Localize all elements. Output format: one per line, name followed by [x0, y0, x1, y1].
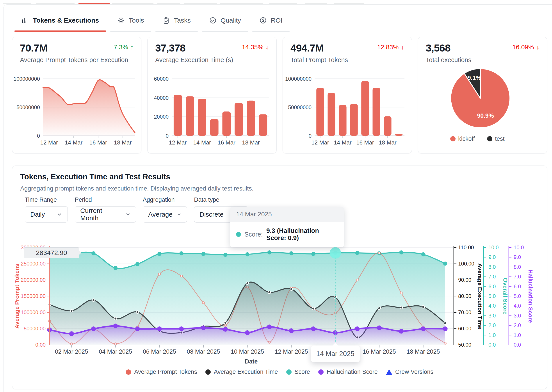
strip-segment: [305, 3, 327, 4]
kpi-delta: 14.35%↓: [242, 44, 269, 51]
period-select[interactable]: Current Month: [75, 206, 136, 223]
kpi-area-chart[interactable]: 10000000050000000012 Mar14 Mar16 Mar18 M…: [12, 72, 142, 154]
svg-text:50.00: 50.00: [458, 342, 471, 348]
svg-text:18 Mar: 18 Mar: [114, 139, 132, 146]
svg-text:5.0: 5.0: [489, 293, 496, 299]
svg-text:12 Mar: 12 Mar: [311, 139, 329, 146]
strip-segment: [112, 3, 154, 4]
svg-text:2.0: 2.0: [489, 322, 496, 328]
svg-text:100000.00: 100000.00: [21, 309, 46, 315]
tab-roi[interactable]: ROI: [250, 9, 292, 32]
svg-text:3.0: 3.0: [514, 313, 521, 319]
tooltip-series-label: Score:: [245, 231, 263, 238]
legend-item-average-prompt-tokens[interactable]: Average Prompt Tokens: [126, 369, 197, 375]
svg-text:06 Mar 2025: 06 Mar 2025: [143, 348, 176, 355]
tab-quality[interactable]: Quality: [200, 9, 250, 32]
tab-label: Tasks: [174, 17, 191, 24]
kpi-bar-chart[interactable]: 05000000010000000012 Mar14 Mar16 Mar18 M…: [283, 72, 412, 154]
svg-text:2.0: 2.0: [514, 322, 521, 328]
filter-label: Period: [75, 196, 136, 203]
dot-icon: [318, 369, 324, 375]
section-title: Tokens, Execution Time and Test Results: [20, 172, 170, 181]
kpi-pie-chart[interactable]: 90.9%9.1%kickofftest: [418, 66, 547, 147]
svg-text:1.0: 1.0: [514, 332, 521, 338]
svg-text:kickoff: kickoff: [458, 135, 475, 142]
svg-text:12 Mar: 12 Mar: [169, 139, 187, 146]
legend-item-hallucination-score[interactable]: Hallucination Score: [318, 369, 378, 375]
svg-text:test: test: [495, 135, 505, 142]
dashboard-page: Tokens & Executions Tools: [0, 0, 552, 392]
tab-label: Tokens & Executions: [33, 17, 99, 24]
select-value: Discrete: [200, 211, 224, 218]
svg-text:3.0: 3.0: [489, 313, 496, 319]
kpi-value: 3,568: [426, 42, 450, 54]
svg-text:12 Mar: 12 Mar: [40, 139, 58, 146]
svg-text:60000: 60000: [154, 76, 168, 82]
axis-pointer-label: 283472.90: [24, 247, 79, 258]
svg-text:Date: Date: [245, 358, 258, 365]
strip-segment: [3, 3, 31, 4]
svg-text:90.9%: 90.9%: [477, 112, 494, 119]
svg-text:0.0: 0.0: [514, 342, 521, 348]
triangle-icon: [386, 369, 392, 375]
svg-text:16 Mar: 16 Mar: [90, 139, 107, 146]
svg-text:0: 0: [37, 133, 40, 139]
svg-text:0: 0: [166, 133, 168, 139]
tokens-section-card: Tokens, Execution Time and Test Results …: [12, 166, 547, 389]
filter-label: Time Range: [25, 196, 68, 203]
strip-segment: [184, 3, 217, 4]
svg-text:6.0: 6.0: [489, 283, 496, 289]
filter-time-range: Time Range Daily: [25, 196, 68, 223]
svg-text:100000000: 100000000: [285, 76, 312, 82]
svg-text:18 Mar 2025: 18 Mar 2025: [407, 348, 440, 355]
tab-label: Quality: [221, 17, 241, 24]
kpi-delta: 16.09%↓: [512, 44, 539, 51]
kpi-bar-chart[interactable]: 020000400006000012 Mar14 Mar16 Mar18 Mar: [147, 72, 277, 154]
strip-segment: [220, 3, 263, 4]
tab-label: ROI: [271, 17, 282, 24]
svg-text:16 Mar 2025: 16 Mar 2025: [363, 348, 396, 355]
svg-text:100.00: 100.00: [458, 261, 474, 266]
svg-text:9.0: 9.0: [489, 254, 496, 260]
svg-text:90.00: 90.00: [458, 277, 471, 283]
svg-text:80.00: 80.00: [458, 293, 471, 299]
tab-tools[interactable]: Tools: [108, 9, 153, 32]
svg-text:9.0: 9.0: [514, 254, 521, 260]
strip-segment: [36, 3, 75, 4]
svg-text:200000.00: 200000.00: [21, 277, 46, 283]
legend-item-score[interactable]: Score: [286, 369, 310, 375]
tab-tokens-executions[interactable]: Tokens & Executions: [12, 9, 108, 32]
legend-label: Score: [295, 369, 310, 375]
arrow-down-icon: ↓: [266, 44, 269, 51]
tab-tasks[interactable]: Tasks: [153, 9, 200, 32]
kpi-value: 37,378: [155, 42, 185, 54]
tooltip-value: 9.3 (Hallucination Score: 0.9): [266, 227, 338, 242]
dot-icon: [205, 369, 211, 375]
svg-text:7.0: 7.0: [489, 274, 496, 280]
time-range-select[interactable]: Daily: [25, 206, 68, 223]
svg-text:100000000: 100000000: [14, 76, 40, 82]
legend-item-average-execution-time[interactable]: Average Execution Time: [205, 369, 278, 375]
tokens-exec-tests-chart[interactable]: 0.0050000.00100000.00150000.00200000.002…: [12, 244, 547, 388]
aggregation-select[interactable]: Average: [143, 206, 187, 223]
filter-period: Period Current Month: [75, 196, 136, 223]
svg-text:4.0: 4.0: [489, 303, 496, 309]
chevron-down-icon: [177, 211, 182, 217]
svg-text:Hallucination Score: Hallucination Score: [527, 270, 534, 323]
filter-aggregation: Aggregation Average: [143, 196, 187, 223]
strip-segment: [334, 3, 364, 4]
arrow-down-icon: ↓: [401, 44, 404, 51]
svg-text:14 Mar: 14 Mar: [193, 139, 211, 146]
gear-icon: [117, 17, 125, 24]
svg-text:8.0: 8.0: [514, 264, 521, 270]
svg-text:08 Mar 2025: 08 Mar 2025: [187, 348, 220, 355]
select-value: Average: [148, 211, 173, 218]
kpi-value: 70.7M: [20, 42, 48, 54]
svg-text:10.0: 10.0: [489, 245, 499, 250]
svg-text:14 Mar: 14 Mar: [334, 139, 352, 146]
tab-bar: Tokens & Executions Tools: [7, 9, 552, 32]
svg-text:10 Mar 2025: 10 Mar 2025: [231, 348, 264, 355]
clipboard-check-icon: [162, 17, 170, 24]
legend-item-crew-versions[interactable]: Crew Versions: [386, 369, 433, 375]
svg-text:Average Prompt Tokens: Average Prompt Tokens: [14, 264, 20, 329]
